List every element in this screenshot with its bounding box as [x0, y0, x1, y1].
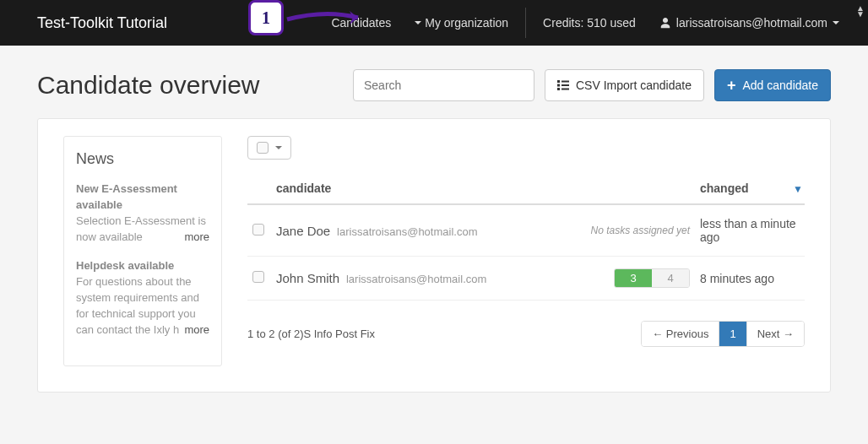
news-more-link[interactable]: more — [179, 322, 209, 338]
nav-user-label: larissatroisans@hotmail.com — [676, 16, 827, 30]
sort-desc-icon: ▼ — [793, 183, 803, 195]
col-tasks: ▲▼ — [577, 175, 695, 204]
table-footer: 1 to 2 (of 2)S Info Post Fix ← Previous … — [247, 321, 805, 347]
task-progress-badge: 3 4 — [614, 268, 690, 288]
news-more-link[interactable]: more — [179, 230, 209, 246]
tasks-cell: 3 4 — [577, 257, 695, 301]
navbar: Test-Toolkit Tutorial 1 Candidates My or… — [0, 0, 868, 46]
news-sidebar: News New E-Assessment available Selectio… — [63, 136, 222, 366]
row-checkbox[interactable] — [252, 271, 264, 283]
brand[interactable]: Test-Toolkit Tutorial — [37, 14, 167, 32]
nav-user-menu[interactable]: larissatroisans@hotmail.com — [648, 0, 851, 46]
annotation-number: 1 — [248, 0, 284, 35]
table-row[interactable]: Jane Doe larissatroisans@hotmail.com No … — [247, 204, 805, 257]
svg-rect-4 — [557, 88, 560, 90]
bulk-select-dropdown[interactable] — [247, 136, 291, 160]
svg-rect-2 — [557, 84, 560, 87]
tasks-done: 3 — [615, 269, 652, 287]
caret-down-icon — [415, 21, 421, 24]
page-body: Candidate overview CSV Import candidate … — [0, 46, 868, 393]
pager-next[interactable]: Next → — [747, 322, 804, 346]
row-checkbox[interactable] — [252, 224, 264, 236]
svg-rect-1 — [561, 81, 569, 83]
pager-page-1[interactable]: 1 — [719, 322, 746, 346]
candidates-main: candidate ▲▼ changed ▼ — [247, 136, 805, 366]
list-icon — [557, 80, 569, 90]
bulk-actions-row — [247, 136, 805, 160]
pager-prev[interactable]: ← Previous — [642, 322, 719, 346]
news-item: Helpdesk available For questions about t… — [76, 258, 209, 338]
svg-rect-0 — [557, 80, 560, 83]
nav-candidates[interactable]: Candidates — [319, 0, 403, 46]
col-candidate-label: candidate — [276, 181, 331, 195]
table-row[interactable]: John Smith larissatroisans@hotmail.com 3… — [247, 257, 805, 301]
caret-down-icon — [275, 146, 282, 149]
main-panel: News New E-Assessment available Selectio… — [37, 118, 831, 393]
csv-import-label: CSV Import candidate — [576, 79, 692, 92]
news-heading: News — [76, 150, 209, 168]
plus-icon: + — [727, 78, 736, 93]
news-item: New E-Assessment available Selection E-A… — [76, 181, 209, 245]
sort-icon: ▲▼ — [856, 5, 865, 17]
candidates-table: candidate ▲▼ changed ▼ — [247, 175, 805, 301]
nav-separator — [525, 8, 526, 38]
col-candidate[interactable]: candidate — [271, 175, 577, 204]
nav-credits: Credits: 510 used — [531, 0, 648, 46]
changed-cell: less than a minute ago — [695, 204, 805, 257]
changed-cell: 8 minutes ago — [695, 257, 805, 301]
nav-my-organization[interactable]: My organization — [403, 0, 520, 46]
range-info: 1 to 2 (of 2)S Info Post Fix — [247, 328, 641, 340]
page-header: Candidate overview CSV Import candidate … — [37, 69, 831, 101]
tasks-pending: 4 — [652, 269, 689, 287]
news-item-title: Helpdesk available — [76, 258, 209, 274]
news-item-title: New E-Assessment available — [76, 181, 209, 214]
col-changed[interactable]: changed ▼ — [695, 175, 805, 204]
svg-rect-3 — [561, 84, 569, 86]
add-candidate-label: Add candidate — [742, 79, 818, 92]
search-input[interactable] — [353, 69, 534, 101]
candidate-email: larissatroisans@hotmail.com — [337, 225, 477, 238]
tasks-cell: No tasks assigned yet — [577, 204, 695, 257]
svg-rect-5 — [561, 89, 569, 90]
user-icon — [659, 17, 671, 29]
candidate-name: Jane Doe — [276, 224, 330, 238]
page-title: Candidate overview — [37, 71, 353, 100]
nav-my-organization-label: My organization — [425, 16, 508, 30]
csv-import-button[interactable]: CSV Import candidate — [545, 69, 704, 101]
add-candidate-button[interactable]: + Add candidate — [714, 69, 831, 101]
candidate-name: John Smith — [276, 271, 339, 285]
col-changed-label: changed — [700, 181, 749, 195]
checkbox-icon — [257, 142, 269, 154]
candidate-email: larissatroisans@hotmail.com — [346, 273, 486, 285]
caret-down-icon — [833, 21, 839, 24]
pager: ← Previous 1 Next → — [641, 321, 805, 347]
